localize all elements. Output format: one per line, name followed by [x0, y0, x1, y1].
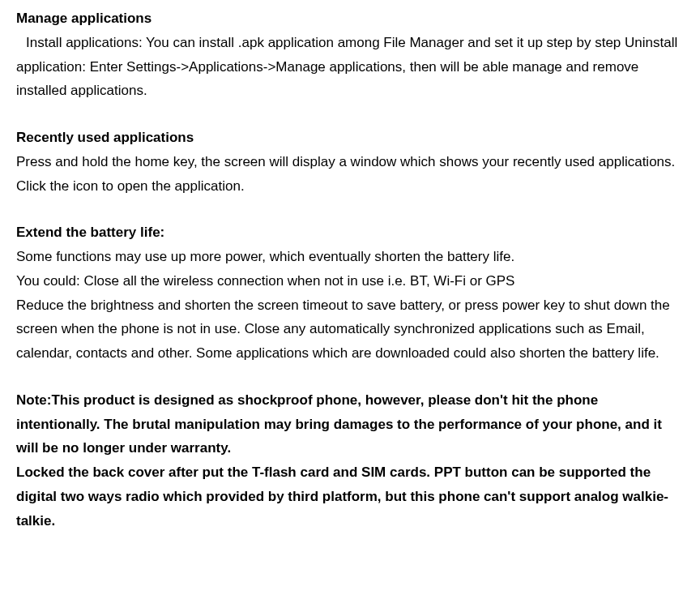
manage-apps-body: Install applications: You can install .a… — [16, 31, 684, 103]
manage-apps-heading: Manage applications — [16, 6, 684, 31]
section-spacer — [16, 198, 684, 220]
battery-body-1: Some functions may use up more power, wh… — [16, 245, 684, 269]
battery-heading: Extend the battery life: — [16, 220, 684, 245]
section-spacer — [16, 366, 684, 388]
battery-body-3: Reduce the brightness and shorten the sc… — [16, 293, 684, 366]
recent-apps-heading: Recently used applications — [16, 126, 684, 150]
section-spacer — [16, 103, 684, 126]
battery-body-2: You could: Close all the wireless connec… — [16, 269, 684, 293]
note-body-1: Note:This product is designed as shockpr… — [16, 388, 684, 460]
recent-apps-body: Press and hold the home key, the screen … — [16, 150, 684, 199]
note-body-2: Locked the back cover after put the T-fl… — [16, 460, 684, 533]
